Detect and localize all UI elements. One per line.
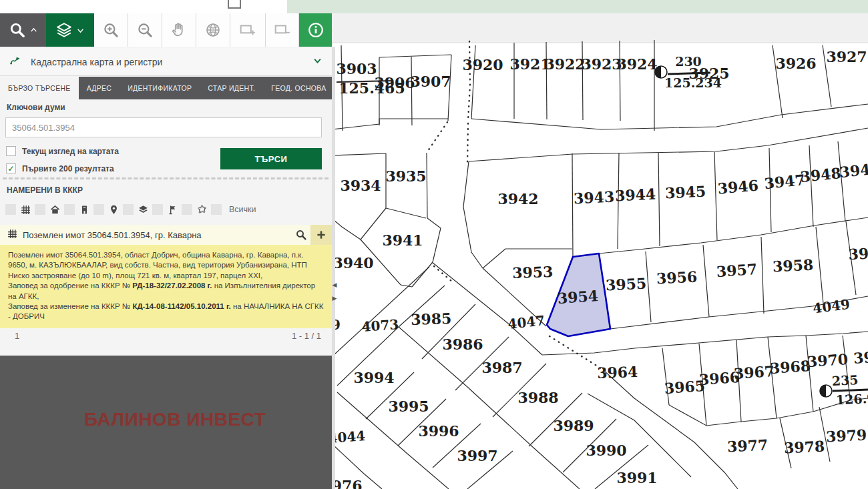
checkbox-first-200[interactable]: ✓ Първите 200 резултата — [6, 163, 114, 173]
parcel-grid-icon — [7, 228, 18, 242]
parcel-label: 3968 — [769, 357, 811, 377]
tab-2[interactable]: ИДЕНТИФИКАТОР — [120, 77, 200, 99]
parcel-label: 3940 — [333, 254, 373, 272]
add-result-icon[interactable] — [310, 225, 332, 245]
parcel-label: 3977 — [726, 436, 769, 455]
map-area[interactable]: 3903125.46539063907392039213922392339242… — [332, 13, 868, 489]
layers-icon — [55, 21, 73, 39]
popup-remnant — [228, 0, 241, 9]
parcel-label: 3920 — [462, 56, 503, 73]
page-range: 1 - 1 / 1 — [292, 331, 321, 341]
checkbox-box[interactable]: ✓ — [6, 163, 16, 173]
main-toolbar — [0, 13, 332, 47]
parcel-label: 3945 — [664, 182, 706, 201]
parcel-label: 396 — [848, 244, 868, 263]
parcel-label: 3949 — [839, 159, 868, 181]
parcel-label: 3976 — [332, 477, 363, 489]
parcel-label: 3996 — [418, 422, 459, 440]
parcel-label: 3986 — [442, 336, 483, 353]
polygon-small-icon[interactable] — [196, 203, 208, 215]
checkbox-current-view[interactable]: Текущ изглед на картата — [6, 146, 119, 156]
parcel-label: 3955 — [605, 274, 647, 294]
layers-small-icon[interactable] — [137, 203, 149, 215]
parcel-label: 3997 — [457, 447, 497, 464]
checkbox-box[interactable] — [6, 146, 16, 156]
filter-checkbox[interactable] — [35, 204, 45, 215]
filter-checkbox[interactable] — [5, 204, 16, 215]
parcel-label: 3953 — [512, 263, 554, 282]
parcel-label: 3942 — [497, 190, 538, 207]
parcel-label: 3956 — [656, 268, 698, 287]
zoom-in-button[interactable] — [94, 13, 128, 47]
layer-group-selector[interactable]: Кадастрална карта и регистри — [0, 48, 332, 76]
search-button[interactable] — [0, 13, 46, 47]
zoom-out-window-button[interactable] — [266, 13, 299, 47]
parcel-label: 3979 — [825, 426, 867, 445]
layers-button[interactable] — [46, 13, 94, 47]
page-background-strip — [287, 0, 868, 13]
parcel-grid-icon[interactable] — [19, 203, 31, 215]
search-submit-button[interactable]: ТЪРСИ — [220, 148, 322, 169]
tab-4[interactable]: ГЕОД. ОСНОВА — [263, 77, 332, 99]
parcel-label: 3964 — [597, 363, 638, 382]
tab-3[interactable]: СТАР ИДЕНТ. — [200, 77, 263, 99]
checkbox-label: Текущ изглед на картата — [22, 147, 119, 156]
checkbox-label: Първите 200 резултата — [22, 164, 114, 173]
parcel-label: 235 — [831, 372, 859, 388]
identify-button[interactable] — [299, 13, 332, 47]
parcel-label: 3988 — [517, 389, 558, 406]
globe-icon — [204, 21, 222, 39]
filter-checkbox[interactable] — [123, 204, 134, 215]
pan-button[interactable] — [162, 13, 196, 47]
result-text: Поземлен имот 35064.501.3954, гр. Каварн… — [23, 230, 292, 240]
parcel-label: 3903 — [336, 60, 377, 77]
filter-checkbox[interactable] — [64, 204, 75, 215]
parcel-label: 3989 — [553, 417, 594, 434]
application-window: 3903125.46539063907392039213922392339242… — [0, 0, 868, 489]
parcel-label: 3970 — [807, 350, 849, 370]
parcel-label: 3944 — [614, 185, 656, 204]
full-extent-button[interactable] — [196, 13, 230, 47]
filter-checkbox[interactable] — [182, 204, 192, 215]
address-point-icon[interactable] — [107, 203, 120, 215]
zoom-window-button[interactable] — [230, 13, 266, 47]
parcel-info-block: Поземлен имот 35064.501.3954, област Доб… — [0, 245, 332, 328]
building-icon[interactable] — [78, 203, 90, 215]
parcel-label: 125.234 — [664, 75, 722, 90]
parcel-label: 3957 — [716, 260, 758, 280]
parcel-label: 3946 — [717, 176, 759, 197]
chevron-down-icon — [312, 55, 322, 68]
map-canvas[interactable]: 3903125.46539063907392039213922392339242… — [332, 13, 868, 489]
parcel-label: 3943 — [573, 187, 615, 207]
home-icon[interactable] — [49, 203, 61, 215]
geodetic-flag-icon[interactable] — [166, 203, 178, 215]
tab-0[interactable]: БЪРЗО ТЪРСЕНЕ — [0, 77, 79, 99]
map-toolbar-strip — [332, 13, 868, 43]
parcel-label: 3934 — [340, 177, 381, 194]
search-tabs: БЪРЗО ТЪРСЕНЕАДРЕСИДЕНТИФИКАТОРСТАР ИДЕН… — [0, 77, 332, 99]
info-icon — [307, 21, 324, 39]
filter-checkbox[interactable] — [152, 204, 163, 215]
rect-minus-icon — [274, 21, 291, 39]
zoom-out-button[interactable] — [128, 13, 162, 47]
sidebar-divider — [332, 47, 335, 489]
zoom-in-icon — [102, 21, 120, 39]
parcel-label: 3985 — [411, 310, 452, 328]
result-type-filters: Всички — [2, 202, 256, 217]
parcel-label: 3994 — [353, 369, 394, 386]
result-row[interactable]: Поземлен имот 35064.501.3954, гр. Каварн… — [0, 225, 332, 245]
parcel-label: 3954 — [557, 287, 599, 307]
filter-checkbox[interactable] — [93, 204, 104, 215]
keywords-label: Ключови думи — [7, 103, 65, 112]
parcel-label: 3958 — [772, 256, 814, 275]
parcel-label: 39 — [853, 348, 868, 367]
sidebar-expand-icon[interactable]: ▶ — [331, 294, 338, 303]
parcel-label: 3978 — [783, 437, 825, 456]
tab-1[interactable]: АДРЕС — [79, 77, 120, 99]
parcel-label: 3926 — [775, 55, 816, 72]
keywords-input[interactable] — [5, 117, 322, 137]
zoom-to-result-icon[interactable] — [292, 229, 310, 241]
filter-checkbox-all[interactable] — [211, 204, 222, 215]
sidebar-collapse-icon[interactable]: ◀ — [331, 280, 338, 290]
parcel-label: 3924 — [616, 55, 657, 73]
